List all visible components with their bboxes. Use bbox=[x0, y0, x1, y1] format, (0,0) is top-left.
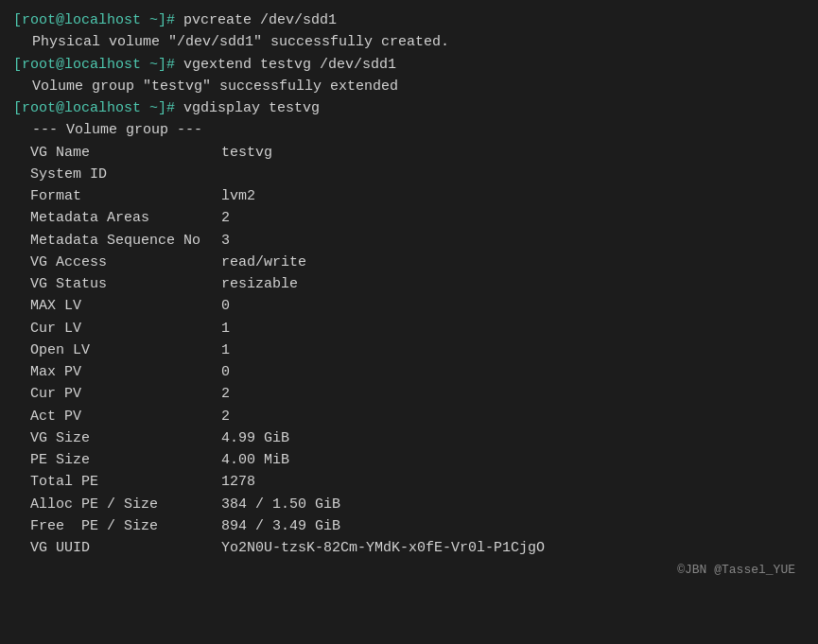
kv-value: 4.00 MiB bbox=[221, 452, 289, 468]
kv-value: testvg bbox=[221, 145, 272, 161]
kv-key: Max PV bbox=[13, 361, 221, 383]
watermark-text: ©JBN @Tassel_YUE bbox=[13, 561, 805, 580]
terminal-line: Cur PV2 bbox=[13, 383, 805, 405]
kv-key: VG Status bbox=[13, 273, 221, 295]
terminal-prompt: [root@localhost ~]# bbox=[13, 57, 183, 73]
kv-value: 4.99 GiB bbox=[221, 430, 289, 446]
kv-value: 1 bbox=[221, 342, 230, 358]
terminal-line: [root@localhost ~]# vgextend testvg /dev… bbox=[13, 54, 805, 76]
terminal-output: --- Volume group --- bbox=[15, 122, 202, 138]
terminal-line: MAX LV0 bbox=[13, 295, 805, 317]
kv-key: System ID bbox=[13, 164, 221, 185]
kv-value: read/write bbox=[221, 254, 306, 270]
terminal-prompt: [root@localhost ~]# bbox=[13, 100, 183, 116]
kv-value: 1 bbox=[221, 321, 230, 337]
kv-value: 1278 bbox=[221, 474, 255, 490]
terminal-window[interactable]: [root@localhost ~]# pvcreate /dev/sdd1 P… bbox=[0, 0, 818, 644]
kv-value: 0 bbox=[221, 298, 230, 314]
terminal-line: Alloc PE / Size384 / 1.50 GiB bbox=[13, 494, 805, 515]
kv-key: Metadata Areas bbox=[13, 207, 221, 229]
terminal-line: PE Size4.00 MiB bbox=[13, 449, 805, 471]
kv-key: VG Size bbox=[13, 427, 221, 449]
terminal-output: Physical volume "/dev/sdd1" successfully… bbox=[15, 34, 449, 50]
terminal-line: Metadata Areas2 bbox=[13, 207, 805, 229]
kv-key: Act PV bbox=[13, 406, 221, 427]
kv-key: Cur LV bbox=[13, 318, 221, 339]
terminal-line: Volume group "testvg" successfully exten… bbox=[13, 76, 805, 97]
kv-key: Cur PV bbox=[13, 383, 221, 405]
terminal-line: VG Statusresizable bbox=[13, 273, 805, 295]
kv-value: 3 bbox=[221, 233, 230, 249]
kv-key: Open LV bbox=[13, 339, 221, 361]
kv-value: 2 bbox=[221, 210, 230, 226]
terminal-line: Metadata Sequence No3 bbox=[13, 230, 805, 252]
kv-key: Format bbox=[13, 185, 221, 207]
kv-value: 2 bbox=[221, 386, 230, 402]
terminal-line: Free PE / Size894 / 3.49 GiB bbox=[13, 515, 805, 537]
terminal-line: VG UUIDYo2N0U-tzsK-82Cm-YMdK-x0fE-Vr0l-P… bbox=[13, 537, 805, 559]
terminal-command: vgdisplay testvg bbox=[183, 100, 320, 116]
terminal-line: [root@localhost ~]# pvcreate /dev/sdd1 bbox=[13, 9, 805, 31]
terminal-line: [root@localhost ~]# vgdisplay testvg bbox=[13, 97, 805, 119]
terminal-command: vgextend testvg /dev/sdd1 bbox=[183, 57, 396, 73]
kv-value: 384 / 1.50 GiB bbox=[221, 496, 340, 513]
terminal-line: System ID bbox=[13, 164, 805, 185]
kv-value: 0 bbox=[221, 364, 230, 380]
kv-key: MAX LV bbox=[13, 295, 221, 317]
kv-key: VG Access bbox=[13, 252, 221, 273]
kv-value: lvm2 bbox=[221, 188, 255, 204]
kv-key: VG UUID bbox=[13, 537, 221, 559]
terminal-line: Cur LV1 bbox=[13, 318, 805, 339]
terminal-output: Volume group "testvg" successfully exten… bbox=[15, 78, 398, 95]
terminal-line: Formatlvm2 bbox=[13, 185, 805, 207]
kv-value: resizable bbox=[221, 276, 298, 292]
kv-value: 894 / 3.49 GiB bbox=[221, 518, 340, 534]
terminal-line: Max PV0 bbox=[13, 361, 805, 383]
kv-key: Alloc PE / Size bbox=[13, 494, 221, 515]
kv-key: Metadata Sequence No bbox=[13, 230, 221, 252]
kv-value: 2 bbox=[221, 409, 230, 425]
terminal-line: VG Accessread/write bbox=[13, 252, 805, 273]
kv-key: Free PE / Size bbox=[13, 515, 221, 537]
kv-key: Total PE bbox=[13, 471, 221, 493]
terminal-line: VG Nametestvg bbox=[13, 142, 805, 164]
terminal-line: Physical volume "/dev/sdd1" successfully… bbox=[13, 31, 805, 53]
kv-key: PE Size bbox=[13, 449, 221, 471]
terminal-line: Total PE1278 bbox=[13, 471, 805, 493]
terminal-line: VG Size4.99 GiB bbox=[13, 427, 805, 449]
terminal-prompt: [root@localhost ~]# bbox=[13, 12, 183, 28]
kv-value: Yo2N0U-tzsK-82Cm-YMdK-x0fE-Vr0l-P1CjgO bbox=[221, 540, 545, 556]
terminal-command: pvcreate /dev/sdd1 bbox=[183, 12, 337, 28]
kv-key: VG Name bbox=[13, 142, 221, 164]
terminal-line: Open LV1 bbox=[13, 339, 805, 361]
terminal-line: Act PV2 bbox=[13, 406, 805, 427]
terminal-line: --- Volume group --- bbox=[13, 119, 805, 141]
